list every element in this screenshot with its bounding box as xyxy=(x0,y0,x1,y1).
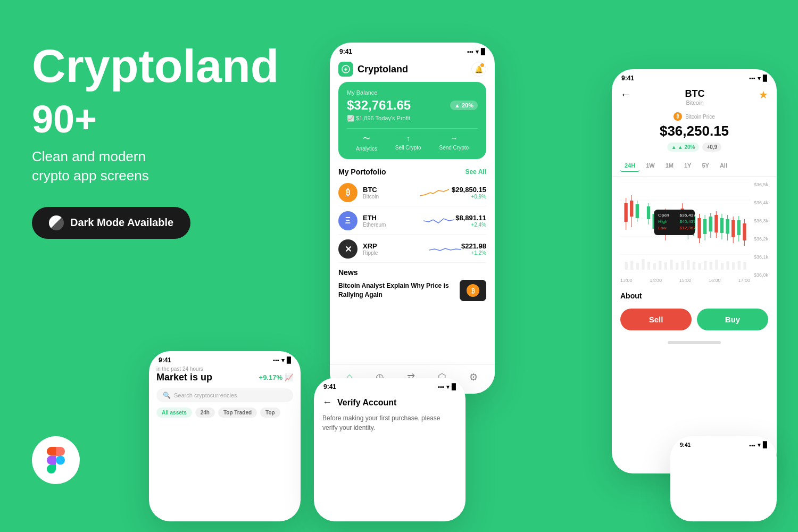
crypto-fullname: Bitcoin xyxy=(363,194,420,200)
svg-text:High: High xyxy=(658,219,668,224)
verify-phone: 9:41 ▪▪▪ ▾ ▉ ← Verify Account Before mak… xyxy=(314,378,466,521)
favorite-star-icon[interactable]: ★ xyxy=(759,88,768,101)
battery-icon: ▉ xyxy=(763,75,767,82)
svg-rect-19 xyxy=(676,263,678,270)
trending-icon: 📈 xyxy=(347,115,354,121)
btc-icon: ₿ xyxy=(338,183,358,202)
btc-coin-icon: ₿ xyxy=(674,112,682,121)
buy-button[interactable]: Buy xyxy=(697,309,768,330)
svg-rect-22 xyxy=(693,262,695,270)
svg-rect-15 xyxy=(653,263,656,270)
verify-back-button[interactable]: ← xyxy=(322,397,332,408)
tab-1w[interactable]: 1W xyxy=(642,160,659,172)
list-item[interactable]: ₿ BTC Bitcoin $29,850.15 +0,9% xyxy=(338,179,486,206)
search-bar[interactable]: 🔍 Search cryptocurrencies xyxy=(156,388,293,402)
svg-rect-35 xyxy=(630,201,633,217)
crypto-info: XRP Ripple xyxy=(363,242,429,256)
notification-bell[interactable]: 🔔 xyxy=(471,62,486,77)
balance-actions: 〜 Analytics ↑ Sell Crypto → Send Crypto xyxy=(347,128,478,152)
svg-rect-41 xyxy=(697,218,701,238)
list-item[interactable]: Ξ ETH Ethereum $8,891.11 +2,4% xyxy=(338,207,486,235)
svg-rect-27 xyxy=(721,263,724,270)
news-item[interactable]: Bitcoin Analyst Explain Why Price is Ral… xyxy=(338,280,486,301)
market-status-icons: ▪▪▪ ▾ ▉ xyxy=(273,357,291,364)
left-section: Cryptoland 90+ Clean and moderncrypto ap… xyxy=(32,43,287,271)
tab-all[interactable]: All xyxy=(716,160,732,172)
market-status-time: 9:41 xyxy=(159,356,171,364)
svg-rect-17 xyxy=(664,262,667,270)
small-status-bar: 9:41 ▪▪▪ ▾ ▉ xyxy=(670,436,777,451)
app-header: Cryptoland 🔔 xyxy=(330,57,495,82)
main-phone: 9:41 ▪▪▪ ▾ ▉ Cryptoland 🔔 My Balance $32… xyxy=(330,43,495,394)
filter-24h[interactable]: 24h xyxy=(195,408,215,418)
tab-1y[interactable]: 1Y xyxy=(680,160,695,172)
battery-icon: ▉ xyxy=(763,442,767,448)
small-bottom-right-phone: 9:41 ▪▪▪ ▾ ▉ xyxy=(670,436,777,521)
dark-mode-button[interactable]: Dark Mode Available xyxy=(32,207,190,239)
filter-all-assets[interactable]: All assets xyxy=(156,408,192,418)
sell-crypto-action[interactable]: ↑ Sell Crypto xyxy=(395,134,421,152)
svg-rect-30 xyxy=(738,261,741,270)
status-icons: ▪▪▪ ▾ ▉ xyxy=(467,48,485,55)
balance-badge: ▲ 20% xyxy=(450,101,478,110)
screen-count: 90+ xyxy=(32,100,287,138)
coin-price-label: Bitcoin Price xyxy=(685,114,715,120)
svg-rect-10 xyxy=(625,262,627,270)
analytics-action[interactable]: 〜 Analytics xyxy=(356,134,377,152)
app-name: Cryptoland xyxy=(358,64,408,75)
verify-status-icons: ▪▪▪ ▾ ▉ xyxy=(438,384,456,390)
about-section: About xyxy=(612,288,777,304)
tab-5y[interactable]: 5Y xyxy=(697,160,713,172)
verify-title: Verify Account xyxy=(337,398,396,408)
btc-fullname: Bitcoin xyxy=(685,99,705,106)
filter-top-traded[interactable]: Top Traded xyxy=(218,408,257,418)
market-header: Market is up +9.17% 📈 xyxy=(156,372,293,383)
list-item[interactable]: ✕ XRP Ripple $221.98 +1,2% xyxy=(338,236,486,263)
see-all-link[interactable]: See All xyxy=(465,168,486,176)
svg-rect-71 xyxy=(737,220,741,235)
market-status-bar: 9:41 ▪▪▪ ▾ ▉ xyxy=(149,351,301,366)
search-placeholder: Search cryptocurrencies xyxy=(174,392,237,398)
verify-header: ← Verify Account xyxy=(314,393,466,413)
send-label: Send Crypto xyxy=(439,145,469,151)
send-crypto-action[interactable]: → Send Crypto xyxy=(439,134,469,152)
svg-rect-24 xyxy=(704,261,706,270)
analytics-label: Analytics xyxy=(356,146,377,152)
wifi-icon: ▾ xyxy=(758,442,761,448)
market-title: Market is up xyxy=(156,372,212,383)
svg-rect-63 xyxy=(703,219,706,234)
sell-button[interactable]: Sell xyxy=(620,309,692,330)
svg-text:₿: ₿ xyxy=(471,287,475,295)
status-time: 9:41 xyxy=(339,48,352,55)
market-period: in the past 24 hours xyxy=(156,366,293,372)
news-headline: Bitcoin Analyst Explain Why Price is Ral… xyxy=(338,281,454,300)
btc-status-icons: ▪▪▪ ▾ ▉ xyxy=(749,75,767,82)
svg-text:Low: Low xyxy=(658,226,667,230)
crypto-value: $29,850.15 +0,9% xyxy=(452,186,486,200)
market-content: in the past 24 hours Market is up +9.17%… xyxy=(149,366,301,423)
svg-rect-23 xyxy=(698,263,701,270)
svg-rect-14 xyxy=(647,262,650,270)
crypto-list: ₿ BTC Bitcoin $29,850.15 +0,9% Ξ ETH xyxy=(338,179,486,263)
small-status-icons: ▪▪▪ ▾ ▉ xyxy=(749,442,767,448)
tab-24h[interactable]: 24H xyxy=(620,160,639,172)
verify-description: Before making your first purchase, pleas… xyxy=(322,413,457,433)
candlestick-chart: Open $36,437 High $40,437 Low $12,367 xyxy=(620,182,750,272)
eth-price: $8,891.11 xyxy=(455,214,486,222)
signal-icon: ▪▪▪ xyxy=(467,48,473,55)
price-change-badge: +0,9 xyxy=(702,143,721,152)
balance-label: My Balance xyxy=(347,89,478,96)
back-button[interactable]: ← xyxy=(620,88,631,101)
btc-title: BTC Bitcoin xyxy=(685,88,705,106)
svg-text:$12,367: $12,367 xyxy=(679,226,696,230)
settings-nav-icon[interactable]: ⚙ xyxy=(469,371,478,383)
crypto-value: $221.98 +1,2% xyxy=(461,242,486,256)
signal-icon: ▪▪▪ xyxy=(438,384,444,390)
tab-1m[interactable]: 1M xyxy=(661,160,678,172)
svg-rect-67 xyxy=(720,218,724,233)
market-phone: 9:41 ▪▪▪ ▾ ▉ in the past 24 hours Market… xyxy=(149,351,301,521)
news-image: ₿ xyxy=(460,280,486,301)
verify-content: Before making your first purchase, pleas… xyxy=(314,413,466,433)
svg-rect-69 xyxy=(726,219,729,234)
filter-top[interactable]: Top xyxy=(260,408,280,418)
